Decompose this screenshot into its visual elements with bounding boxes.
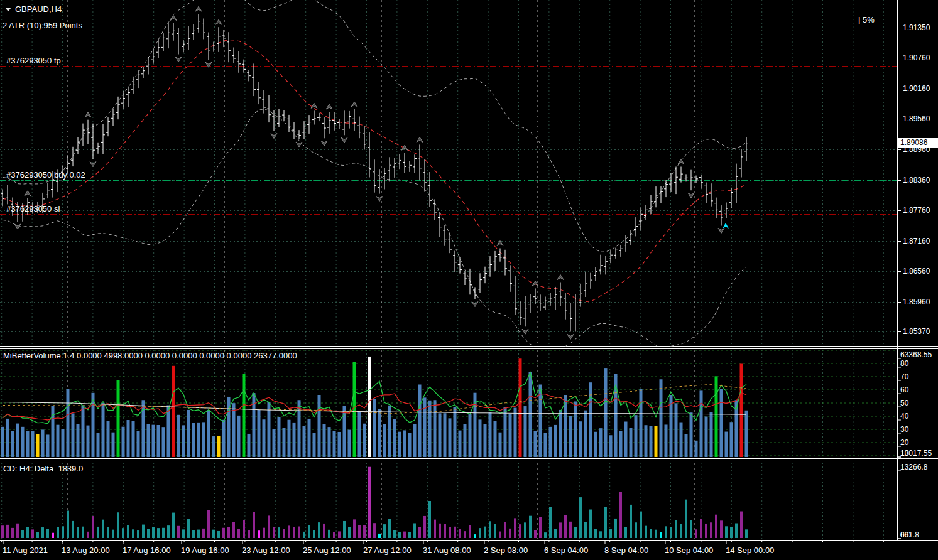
price-axis-label: 1.90760 <box>903 53 930 62</box>
price-axis-label: 1.85960 <box>903 298 930 306</box>
atr-indicator-label: 2 ATR (10):959 Points <box>3 21 82 30</box>
price-axis-label: 1.89560 <box>903 114 930 123</box>
volume-axis-label: 63368.55 <box>900 350 932 359</box>
time-axis-label: 10 Sep 04:00 <box>665 546 713 555</box>
symbol-label: GBPAUD,H4 <box>15 4 62 14</box>
delta-axis-label: 0.0 <box>900 530 911 539</box>
volume-axis-label: 60 <box>900 385 908 394</box>
time-axis-label: 31 Aug 08:00 <box>423 546 471 555</box>
time-axis-label: 13 Aug 20:00 <box>62 546 110 555</box>
delta-axis-label: 13266.8 <box>900 463 927 471</box>
order-sl-label[interactable]: #376293050 sl <box>6 204 60 213</box>
symbol-title[interactable]: GBPAUD,H4 <box>5 4 62 14</box>
time-axis-label: 19 Aug 16:00 <box>181 546 229 555</box>
price-axis-label: 1.87160 <box>903 237 930 245</box>
price-axis-label: 1.90160 <box>903 84 930 93</box>
volume-axis-label: 80 <box>900 359 908 368</box>
volume-axis-label: 40 <box>900 412 908 421</box>
order-buy-label[interactable]: #376293050 buy 0.02 <box>6 170 85 180</box>
time-axis-label: 25 Aug 12:00 <box>303 546 351 555</box>
volume-axis-label: 30 <box>900 425 908 434</box>
time-axis-label: 17 Aug 16:00 <box>123 546 171 555</box>
price-axis-label: 1.91350 <box>903 23 930 32</box>
current-price-tag: 1.89086 <box>898 138 938 148</box>
time-axis-label: 23 Aug 12:00 <box>242 546 290 555</box>
price-axis-label: 1.85370 <box>903 327 930 336</box>
chevron-down-icon[interactable] <box>5 8 11 11</box>
order-tp-label[interactable]: #376293050 tp <box>6 56 61 65</box>
mt4-chart-window: GBPAUD,H4 2 ATR (10):959 Points | 5% #37… <box>0 0 938 560</box>
time-axis-label: 27 Aug 12:00 <box>363 546 412 555</box>
volume-axis-label: 10 <box>900 449 908 458</box>
chart-canvas[interactable] <box>0 0 938 560</box>
price-axis-label: 1.86560 <box>903 267 930 276</box>
volume-axis-label: 20 <box>900 438 908 447</box>
time-axis-label: 6 Sep 04:00 <box>544 546 588 555</box>
price-axis-label: 1.88360 <box>903 176 930 185</box>
time-axis-label: 8 Sep 04:00 <box>604 546 648 555</box>
time-axis-label: 11 Aug 2021 <box>3 546 48 555</box>
price-axis-label: 1.87760 <box>903 206 930 215</box>
volume-indicator-header: MiBetterVolume 1.4 0.0000 4998.0000 0.00… <box>3 351 297 360</box>
volume-axis-label: 50 <box>900 399 908 407</box>
time-axis-label: 14 Sep 00:00 <box>726 546 774 555</box>
time-axis-label: 2 Sep 08:00 <box>484 546 528 555</box>
volume-axis-label: 70 <box>900 372 908 381</box>
delta-indicator-header: CD: H4: Delta 1839.0 <box>3 464 83 473</box>
scale-percent-label: | 5% <box>858 15 875 24</box>
